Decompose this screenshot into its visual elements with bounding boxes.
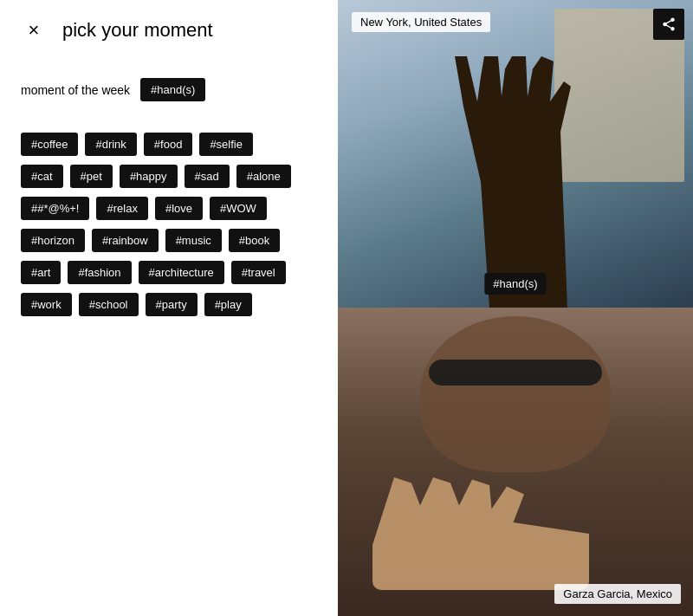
share-button[interactable] (653, 9, 684, 40)
tag-item[interactable]: ##*@%+! (21, 197, 89, 220)
header-row: × pick your moment (21, 17, 317, 43)
tag-item[interactable]: #food (144, 133, 193, 156)
right-panel: New York, United States #hand(s) Garza G… (338, 0, 693, 616)
tags-row: #coffee#drink#food#selfie (21, 133, 317, 156)
tag-item[interactable]: #horizon (21, 229, 85, 252)
glasses (429, 360, 602, 386)
tags-row: #cat#pet#happy#sad#alone (21, 165, 317, 188)
location-top: New York, United States (352, 12, 490, 32)
close-button[interactable]: × (21, 17, 47, 43)
photo-bottom (338, 308, 693, 616)
tag-item[interactable]: #cat (21, 165, 63, 188)
tag-item[interactable]: #party (146, 293, 198, 316)
tag-item[interactable]: #WOW (210, 197, 267, 220)
hand-bottom (372, 477, 589, 590)
moment-of-week-tag[interactable]: #hand(s) (140, 78, 205, 101)
tag-item[interactable]: #play (204, 293, 252, 316)
tag-item[interactable]: #coffee (21, 133, 78, 156)
tag-item[interactable]: #travel (231, 261, 286, 284)
tag-item[interactable]: #rainbow (92, 229, 159, 252)
tag-item[interactable]: #book (229, 229, 280, 252)
face-bg (420, 316, 611, 472)
tag-item[interactable]: #music (165, 229, 222, 252)
left-panel: × pick your moment moment of the week #h… (0, 0, 338, 616)
tag-item[interactable]: #fashion (68, 261, 131, 284)
photo-tag-middle[interactable]: #hand(s) (484, 273, 546, 295)
tags-row: ##*@%+!#relax#love#WOW (21, 197, 317, 220)
tag-item[interactable]: #art (21, 261, 61, 284)
tag-item[interactable]: #pet (70, 165, 113, 188)
tags-grid: #coffee#drink#food#selfie#cat#pet#happy#… (21, 133, 317, 316)
tags-row: #work#school#party#play (21, 293, 317, 316)
tag-item[interactable]: #selfie (199, 133, 253, 156)
page-title: pick your moment (62, 19, 213, 42)
moment-of-week-row: moment of the week #hand(s) (21, 78, 317, 101)
tag-item[interactable]: #sad (185, 165, 230, 188)
tags-row: #art#fashion#architecture#travel (21, 261, 317, 284)
tag-item[interactable]: #drink (85, 133, 136, 156)
location-bottom: Garza Garcia, Mexico (554, 584, 681, 604)
share-icon (661, 16, 677, 32)
close-icon: × (29, 19, 40, 42)
tag-item[interactable]: #relax (96, 197, 147, 220)
tag-item[interactable]: #alone (236, 165, 291, 188)
tag-item[interactable]: #happy (120, 165, 178, 188)
tag-item[interactable]: #school (79, 293, 139, 316)
tag-item[interactable]: #work (21, 293, 72, 316)
tag-item[interactable]: #love (155, 197, 203, 220)
photo-top (338, 0, 693, 308)
tag-item[interactable]: #architecture (139, 261, 224, 284)
moment-of-week-label: moment of the week (21, 83, 130, 97)
tags-row: #horizon#rainbow#music#book (21, 229, 317, 252)
